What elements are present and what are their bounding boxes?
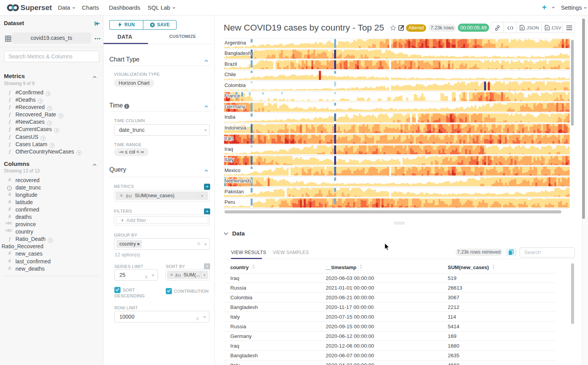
svg-text:France: France: [224, 93, 240, 99]
svg-text:Mexico: Mexico: [224, 167, 240, 173]
svg-text:Chile: Chile: [224, 72, 236, 77]
svg-text:Argentina: Argentina: [224, 40, 246, 46]
svg-text:Bangladesh: Bangladesh: [224, 50, 251, 56]
svg-text:Italy: Italy: [224, 157, 234, 162]
svg-text:India: India: [224, 114, 236, 120]
svg-text:Brazil: Brazil: [224, 61, 237, 67]
svg-text:Colombia: Colombia: [224, 82, 246, 88]
svg-text:Netherlands: Netherlands: [224, 178, 252, 184]
svg-text:Pakistan: Pakistan: [224, 189, 244, 194]
svg-text:Iraq: Iraq: [224, 146, 233, 152]
svg-text:Iran: Iran: [224, 135, 233, 141]
svg-text:Germany: Germany: [224, 104, 245, 109]
svg-text:Indonesia: Indonesia: [224, 125, 246, 131]
svg-text:Peru: Peru: [224, 199, 235, 205]
